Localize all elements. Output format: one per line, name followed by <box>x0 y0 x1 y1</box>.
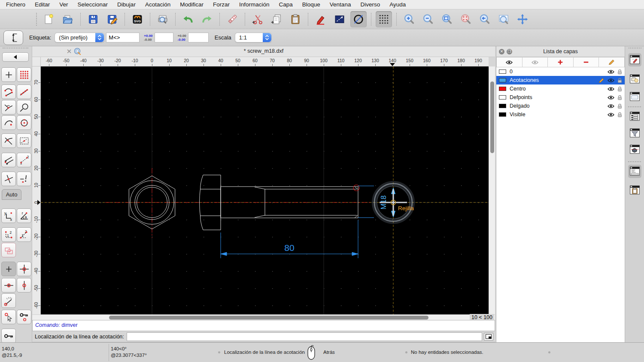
tolerance-upper-input[interactable] <box>155 33 173 42</box>
paste-button[interactable] <box>287 11 304 27</box>
copy-button[interactable] <box>268 11 285 27</box>
layer-row-visible[interactable]: Visible <box>496 110 625 119</box>
open-file-button[interactable] <box>60 11 76 27</box>
layer-visibility-icon[interactable] <box>608 95 614 100</box>
show-all-layers-button[interactable] <box>496 57 522 67</box>
grid-toggle-button[interactable] <box>376 11 392 27</box>
snap-center-point-button[interactable] <box>17 115 31 130</box>
clipboard-panel-button[interactable] <box>628 184 641 197</box>
command-input[interactable] <box>127 332 482 341</box>
layer-lock-icon[interactable] <box>617 95 622 100</box>
menu-modificar[interactable]: Modificar <box>180 1 204 8</box>
library-panel-button[interactable] <box>628 90 641 103</box>
snap-intersection-manual-button[interactable] <box>17 133 31 148</box>
coord-cartesian-button[interactable]: yx <box>1 208 16 223</box>
list-panel-button[interactable] <box>628 110 641 123</box>
snap-distance-button[interactable] <box>1 115 16 130</box>
pan-button[interactable] <box>514 11 531 27</box>
snap-middle-button[interactable] <box>17 100 31 115</box>
snap-endpoints-button[interactable] <box>1 84 16 99</box>
pen-panel-button[interactable] <box>628 53 641 66</box>
layer-lock-icon[interactable] <box>617 86 622 92</box>
escala-select[interactable]: 1:1 <box>235 33 272 42</box>
mark-target-button[interactable] <box>17 262 31 276</box>
toolbar-handle[interactable] <box>36 13 37 26</box>
menu-forzar[interactable]: Forzar <box>213 1 230 8</box>
command-detach-button[interactable] <box>484 333 493 341</box>
dock-handle[interactable] <box>629 48 641 48</box>
menu-ventana[interactable]: Ventana <box>330 1 351 8</box>
menu-ver[interactable]: Ver <box>59 1 68 8</box>
zoom-out-button[interactable] <box>420 11 436 27</box>
menu-capa[interactable]: Capa <box>279 1 293 8</box>
angle-gauge-button[interactable] <box>1 293 16 308</box>
menu-fichero[interactable]: Fichero <box>6 1 25 8</box>
layer-row-acotaciones[interactable]: Acotaciones <box>496 76 625 84</box>
hide-all-layers-button[interactable] <box>522 57 548 67</box>
circle-tool-button[interactable] <box>350 11 367 27</box>
block-panel-button[interactable] <box>628 72 641 86</box>
zoom-selection-button[interactable] <box>458 11 474 27</box>
vertical-scrollbar-thumb[interactable] <box>490 81 494 153</box>
cut-button[interactable] <box>249 11 266 27</box>
sidebar-handle[interactable] <box>3 48 28 48</box>
layer-visibility-icon[interactable] <box>608 87 614 91</box>
layer-lock-icon[interactable] <box>617 112 622 118</box>
layer-visibility-icon[interactable] <box>608 78 614 83</box>
redo-button[interactable] <box>199 11 215 27</box>
draw-pen-button[interactable] <box>313 11 329 27</box>
drawing-canvas[interactable]: 80 M18 Rejilla <box>41 66 489 314</box>
filter-panel-button[interactable] <box>628 127 641 140</box>
horizontal-scrollbar-thumb[interactable] <box>109 316 428 320</box>
zoom-previous-button[interactable] <box>477 11 493 27</box>
layer-visibility-icon[interactable] <box>608 69 614 74</box>
layer-visibility-icon[interactable] <box>608 112 614 117</box>
vertical-scrollbar[interactable] <box>489 66 495 314</box>
layer-lock-icon[interactable] <box>617 78 622 83</box>
block-list-panel-button[interactable] <box>628 143 641 156</box>
menu-editar[interactable]: Editar <box>35 1 50 8</box>
coord-relative-polar-button[interactable]: 12 <box>17 227 31 242</box>
zoom-window-button[interactable] <box>495 11 512 27</box>
horizontal-scrollbar[interactable]: 10 < 100 <box>32 314 495 320</box>
menu-diverso[interactable]: Diverso <box>360 1 380 8</box>
coord-polar-button[interactable]: ra <box>17 208 31 223</box>
menu-dibujar[interactable]: Dibujar <box>117 1 136 8</box>
layer-row-centro[interactable]: Centro <box>496 84 625 93</box>
undo-button[interactable] <box>180 11 196 27</box>
command-panel-button[interactable] <box>628 165 641 178</box>
mark-plus-button[interactable] <box>1 262 16 276</box>
relative-zero-key-button[interactable] <box>1 329 16 343</box>
zoom-in-button[interactable] <box>401 11 417 27</box>
snap-back-button[interactable] <box>2 52 29 62</box>
layer-lock-icon[interactable] <box>617 103 622 109</box>
menu-ayuda[interactable]: Ayuda <box>389 1 406 8</box>
coord-relative-button[interactable]: 12 <box>1 227 16 242</box>
layer-lock-icon[interactable] <box>617 69 622 75</box>
layer-row-0[interactable]: 0 <box>496 67 625 76</box>
delete-button[interactable] <box>224 11 240 27</box>
dimension-label-input[interactable] <box>106 33 140 42</box>
menu-seleccionar[interactable]: Seleccionar <box>78 1 108 8</box>
save-button[interactable] <box>85 11 101 27</box>
snap-auto-button[interactable]: Auto <box>2 189 21 200</box>
mark-vertical-button[interactable] <box>17 278 31 293</box>
svg-export-button[interactable]: SVG <box>129 11 146 27</box>
restrict-vertical-button[interactable] <box>17 172 31 186</box>
prefix-select[interactable]: (Sin prefijo) <box>55 33 104 42</box>
vertical-dimension-tool-button[interactable] <box>3 30 23 45</box>
layer-row-delgado[interactable]: Delgado <box>496 102 625 110</box>
snap-intersection-button[interactable] <box>1 133 16 148</box>
menu-acotación[interactable]: Acotación <box>145 1 170 8</box>
menu-información[interactable]: Información <box>239 1 270 8</box>
line-tool-button[interactable] <box>331 11 348 27</box>
snap-free-button[interactable] <box>1 67 16 82</box>
layer-visibility-icon[interactable] <box>608 104 614 109</box>
pick-point-button[interactable] <box>1 310 16 324</box>
restrict-horizontal-button[interactable] <box>1 172 16 186</box>
edit-layer-icon[interactable] <box>598 78 605 83</box>
tolerance-lower-input[interactable] <box>188 33 209 42</box>
menu-bloque[interactable]: Bloque <box>302 1 320 8</box>
zoom-auto-button[interactable] <box>439 11 455 27</box>
new-document-button[interactable] <box>41 11 57 27</box>
